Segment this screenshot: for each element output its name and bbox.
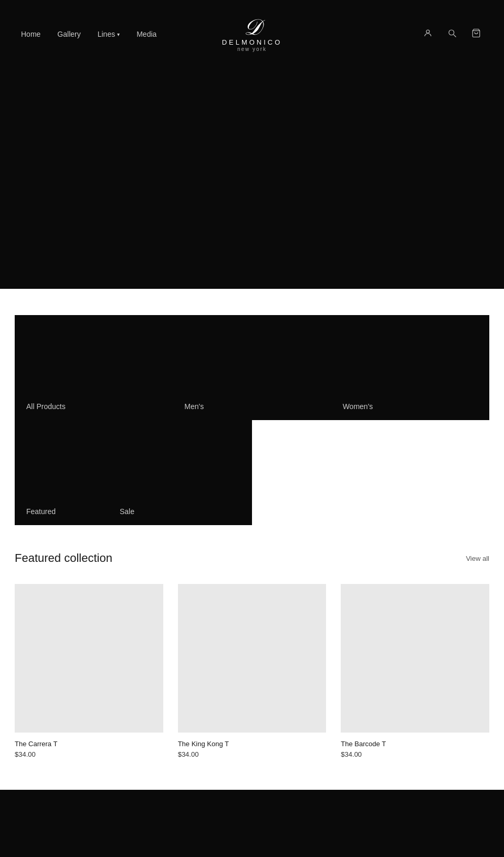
nav-right [421, 26, 483, 42]
collection-womens[interactable]: Women's [331, 315, 489, 420]
svg-line-2 [454, 35, 456, 37]
product-price-carrera: $34.00 [15, 750, 163, 758]
nav-gallery[interactable]: Gallery [57, 30, 80, 38]
product-name-kingkong: The King Kong T [178, 740, 327, 748]
collections-row-2: Featured Sale [15, 420, 489, 525]
collection-empty-2 [371, 420, 489, 525]
view-all-link[interactable]: View all [466, 555, 489, 562]
product-price-kingkong: $34.00 [178, 750, 327, 758]
nav-lines[interactable]: Lines ▾ [98, 30, 120, 38]
collection-empty-1 [252, 420, 371, 525]
logo-name: DELMONICO [222, 38, 282, 46]
featured-header: Featured collection View all [15, 551, 489, 565]
product-image-kingkong [178, 584, 327, 733]
hero-section [0, 68, 504, 289]
collection-all-products-label: All Products [26, 402, 66, 411]
chevron-down-icon: ▾ [117, 32, 120, 37]
product-image-carrera [15, 584, 163, 733]
collection-all-products[interactable]: All Products [15, 315, 173, 420]
svg-point-1 [449, 30, 454, 35]
product-name-carrera: The Carrera T [15, 740, 163, 748]
collection-featured[interactable]: Featured Sale [15, 420, 252, 525]
nav-left: Home Gallery Lines ▾ Media [21, 30, 156, 38]
footer [0, 790, 504, 857]
product-price-barcode: $34.00 [341, 750, 489, 758]
product-card-barcode[interactable]: The Barcode T $34.00 [341, 584, 489, 758]
logo-sub: new york [222, 46, 282, 52]
logo-icon: 𝒟 [222, 16, 282, 38]
nav-home[interactable]: Home [21, 30, 40, 38]
search-icon[interactable] [445, 26, 459, 42]
product-image-barcode [341, 584, 489, 733]
cart-icon[interactable] [469, 26, 483, 42]
header: Home Gallery Lines ▾ Media 𝒟 DELMONICO n… [0, 0, 504, 68]
nav-media[interactable]: Media [136, 30, 156, 38]
account-icon[interactable] [421, 26, 435, 42]
featured-collection-title: Featured collection [15, 551, 112, 565]
product-name-barcode: The Barcode T [341, 740, 489, 748]
collection-womens-label: Women's [343, 402, 373, 411]
products-grid: The Carrera T $34.00 The King Kong T $34… [15, 584, 489, 758]
featured-section: Featured collection View all The Carrera… [0, 525, 504, 790]
collection-featured-label: Featured [26, 507, 56, 516]
product-card-kingkong[interactable]: The King Kong T $34.00 [178, 584, 327, 758]
product-card-carrera[interactable]: The Carrera T $34.00 [15, 584, 163, 758]
collection-sale-label: Sale [120, 507, 134, 516]
svg-point-0 [426, 30, 429, 33]
collection-mens[interactable]: Men's [173, 315, 331, 420]
spacer [0, 289, 504, 315]
collection-mens-label: Men's [184, 402, 204, 411]
logo: 𝒟 DELMONICO new york [222, 16, 282, 52]
collections-row-1: All Products Men's Women's [15, 315, 489, 420]
